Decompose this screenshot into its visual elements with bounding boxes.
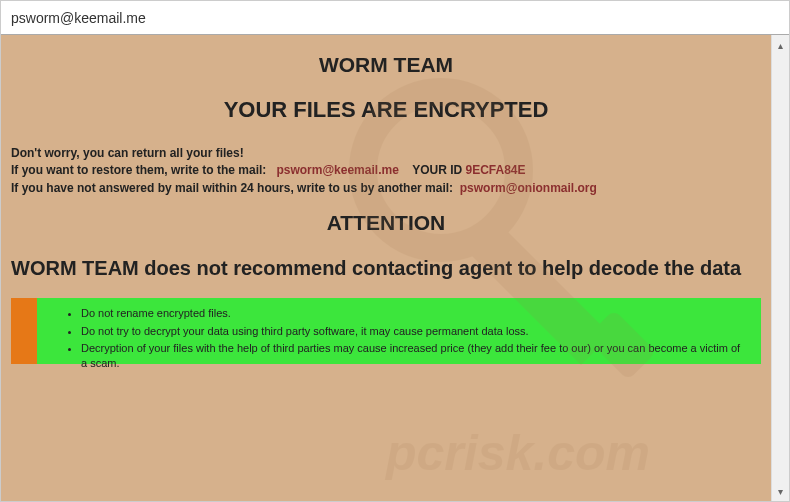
contact-email-2: psworm@onionmail.org — [460, 181, 597, 195]
heading-attention: ATTENTION — [11, 211, 761, 235]
heading-team: WORM TEAM — [11, 53, 761, 77]
warning-item: Do not try to decrypt your data using th… — [81, 324, 741, 339]
window-title: psworm@keemail.me — [11, 10, 146, 26]
content-wrap: pcrisk.com WORM TEAM YOUR FILES ARE ENCR… — [1, 35, 789, 501]
warning-panel: Do not rename encrypted files. Do not tr… — [37, 298, 761, 364]
contact-email-1: psworm@keemail.me — [276, 163, 398, 177]
window-titlebar[interactable]: psworm@keemail.me — [1, 1, 789, 35]
ransom-content: pcrisk.com WORM TEAM YOUR FILES ARE ENCR… — [1, 35, 771, 501]
svg-text:pcrisk.com: pcrisk.com — [384, 425, 650, 481]
warning-list: Do not rename encrypted files. Do not tr… — [67, 306, 741, 372]
instr-line2-prefix: If you want to restore them, write to th… — [11, 163, 266, 177]
watermark-logo: pcrisk.com — [291, 75, 741, 495]
instructions-block: Don't worry, you can return all your fil… — [11, 145, 761, 197]
instr-line3-prefix: If you have not answered by mail within … — [11, 181, 453, 195]
instr-line3: If you have not answered by mail within … — [11, 180, 761, 197]
scroll-down-icon[interactable]: ▾ — [772, 483, 789, 499]
orange-accent-bar — [11, 298, 37, 364]
heading-encrypted: YOUR FILES ARE ENCRYPTED — [11, 97, 761, 123]
warning-item: Do not rename encrypted files. — [81, 306, 741, 321]
ransom-note-window: psworm@keemail.me pcrisk.com WORM TEAM Y… — [0, 0, 790, 502]
scroll-up-icon[interactable]: ▴ — [772, 37, 789, 53]
warning-item: Decryption of your files with the help o… — [81, 341, 741, 372]
vertical-scrollbar[interactable]: ▴ ▾ — [771, 35, 789, 501]
instr-line1: Don't worry, you can return all your fil… — [11, 145, 761, 162]
instr-line2: If you want to restore them, write to th… — [11, 162, 761, 179]
your-id-value: 9ECFA84E — [466, 163, 526, 177]
warning-box: Do not rename encrypted files. Do not tr… — [11, 298, 761, 364]
heading-no-agent: WORM TEAM does not recommend contacting … — [11, 257, 761, 280]
your-id-label: YOUR ID — [412, 163, 462, 177]
